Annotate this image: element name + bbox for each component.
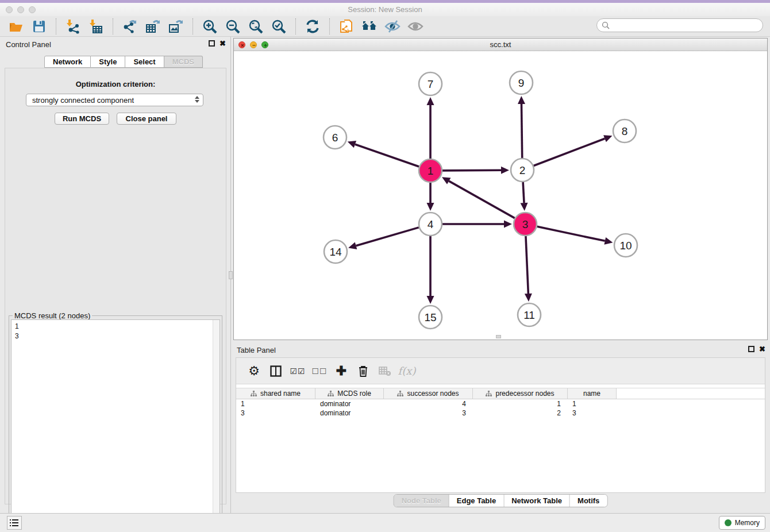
column-header-successor-nodes[interactable]: successor nodes bbox=[384, 388, 473, 399]
edge-arrowhead bbox=[427, 203, 434, 211]
graph-node-label: 15 bbox=[424, 311, 436, 323]
table-panel-title: Table Panel bbox=[237, 346, 276, 354]
mcds-result-list[interactable]: 1 3 bbox=[11, 319, 220, 531]
canvas-scrollbar-handle[interactable] bbox=[496, 335, 501, 338]
delete-table-button[interactable] bbox=[376, 363, 394, 380]
duplicate-network-button[interactable] bbox=[338, 18, 355, 35]
task-history-button[interactable] bbox=[7, 516, 22, 530]
import-table-button[interactable] bbox=[87, 18, 105, 35]
graph-node-label: 3 bbox=[522, 218, 529, 230]
mcds-panel: Optimization criterion: strongly connect… bbox=[5, 68, 226, 504]
zoom-fit-button[interactable] bbox=[247, 18, 264, 35]
close-panel-icon[interactable]: ✖ bbox=[759, 346, 765, 352]
select-all-icon: ☑☑ bbox=[290, 367, 305, 376]
column-header-shared-name[interactable]: shared name bbox=[236, 388, 315, 399]
delete-column-button[interactable] bbox=[355, 363, 372, 380]
search-input[interactable] bbox=[610, 20, 763, 30]
deselect-all-button[interactable]: ☐☐ bbox=[311, 363, 328, 380]
memory-status-icon bbox=[725, 519, 732, 526]
float-panel-icon[interactable] bbox=[748, 346, 754, 352]
app-window: { "window": { "title": "Session: New Ses… bbox=[0, 0, 770, 532]
tab-network-table[interactable]: Network Table bbox=[504, 495, 570, 507]
toolbar-separator bbox=[113, 18, 113, 34]
plus-icon: ✚ bbox=[336, 364, 346, 379]
run-mcds-button[interactable]: Run MCDS bbox=[55, 113, 109, 125]
export-network-icon bbox=[122, 19, 137, 34]
table-settings-button[interactable]: ⚙ bbox=[245, 363, 263, 380]
delete-table-icon bbox=[379, 366, 391, 376]
open-session-button[interactable] bbox=[7, 18, 25, 35]
split-panel-button[interactable] bbox=[267, 363, 284, 380]
graph-edge-2-9[interactable] bbox=[521, 104, 522, 158]
mcds-result-title: MCDS result (2 nodes) bbox=[13, 311, 92, 320]
export-table-button[interactable] bbox=[144, 18, 161, 35]
memory-button[interactable]: Memory bbox=[719, 516, 765, 530]
save-session-button[interactable] bbox=[30, 18, 48, 35]
tab-style[interactable]: Style bbox=[91, 56, 125, 68]
export-table-icon bbox=[145, 19, 160, 34]
edge-arrowhead bbox=[348, 242, 357, 249]
toolbar-separator bbox=[192, 18, 193, 34]
apply-layout-button[interactable] bbox=[304, 18, 321, 35]
table-row[interactable]: 3 dominator 3 2 3 bbox=[236, 408, 765, 418]
export-image-button[interactable] bbox=[167, 18, 184, 35]
column-header-predecessor-nodes[interactable]: predecessor nodes bbox=[473, 388, 568, 399]
titlebar[interactable]: Session: New Session bbox=[0, 3, 770, 16]
graph-edge-2-3[interactable] bbox=[523, 182, 524, 203]
edge-arrowhead bbox=[525, 294, 532, 302]
hierarchy-icon bbox=[486, 391, 492, 397]
column-header-name[interactable]: name bbox=[568, 388, 617, 399]
close-panel-button[interactable]: Close panel bbox=[117, 113, 176, 125]
zoom-selected-button[interactable] bbox=[270, 18, 287, 35]
table-tabs: Node Table Edge Table Network Table Moti… bbox=[394, 494, 608, 507]
tab-node-table[interactable]: Node Table bbox=[394, 495, 449, 507]
network-canvas[interactable]: 1234678910111415 bbox=[234, 51, 767, 340]
hide-selected-button[interactable] bbox=[384, 18, 401, 35]
graph-edge-2-8[interactable] bbox=[534, 138, 605, 165]
tab-select[interactable]: Select bbox=[125, 56, 164, 68]
float-panel-icon[interactable] bbox=[209, 40, 215, 47]
table-panel-header: Table Panel ✖ bbox=[231, 342, 770, 357]
graph-edge-1-2[interactable] bbox=[442, 170, 501, 171]
hierarchy-icon bbox=[397, 391, 403, 397]
graph-node-label: 11 bbox=[523, 309, 535, 321]
result-scrollbar[interactable] bbox=[213, 320, 220, 531]
cell-name: 1 bbox=[568, 399, 617, 408]
control-panel: Control Panel ✖ Network Style Select MCD… bbox=[0, 37, 231, 513]
graph-edge-3-10[interactable] bbox=[537, 226, 605, 241]
show-all-button[interactable] bbox=[407, 18, 424, 35]
select-all-button[interactable]: ☑☑ bbox=[289, 363, 306, 380]
export-network-button[interactable] bbox=[121, 18, 138, 35]
zoom-out-button[interactable] bbox=[224, 18, 241, 35]
edge-arrowhead bbox=[427, 296, 434, 304]
search-field[interactable] bbox=[596, 18, 763, 32]
cell-name: 3 bbox=[568, 408, 617, 418]
panel-splitter-handle[interactable] bbox=[229, 271, 233, 279]
edge-arrowhead bbox=[604, 237, 613, 245]
column-header-mcds-role[interactable]: MCDS role bbox=[315, 388, 384, 399]
main-toolbar bbox=[0, 16, 770, 37]
add-column-button[interactable]: ✚ bbox=[333, 363, 350, 380]
criterion-select[interactable]: strongly connected component bbox=[26, 94, 203, 106]
graph-edge-3-11[interactable] bbox=[526, 236, 528, 294]
tab-edge-table[interactable]: Edge Table bbox=[449, 495, 504, 507]
close-panel-icon[interactable]: ✖ bbox=[220, 40, 226, 47]
tab-network[interactable]: Network bbox=[44, 56, 91, 68]
graph-edge-4-14[interactable] bbox=[356, 228, 419, 246]
network-window-titlebar[interactable]: scc.txt bbox=[234, 38, 767, 51]
cell-mcds-role: dominator bbox=[315, 408, 384, 418]
cell-mcds-role: dominator bbox=[315, 399, 384, 408]
open-session-icon bbox=[9, 19, 24, 34]
import-network-button[interactable] bbox=[64, 18, 82, 35]
tab-motifs[interactable]: Motifs bbox=[570, 495, 607, 507]
graph-edge-1-6[interactable] bbox=[355, 144, 419, 167]
function-builder-button[interactable]: f(x) bbox=[398, 363, 415, 380]
import-network-icon bbox=[66, 19, 80, 34]
first-neighbors-button[interactable] bbox=[361, 18, 378, 35]
mcds-result-line: 3 bbox=[15, 331, 216, 341]
tab-mcds[interactable]: MCDS bbox=[164, 56, 203, 68]
graph-edge-3-1[interactable] bbox=[449, 181, 514, 218]
zoom-in-button[interactable] bbox=[201, 18, 218, 35]
table-row[interactable]: 1 dominator 4 1 1 bbox=[236, 399, 765, 408]
window-title: Session: New Session bbox=[0, 5, 770, 14]
